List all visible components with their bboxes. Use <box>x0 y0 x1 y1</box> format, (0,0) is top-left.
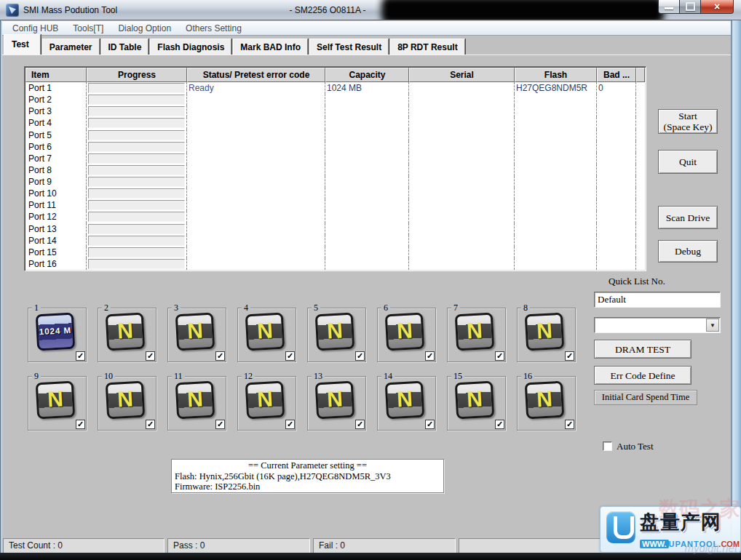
slot-checkbox[interactable]: ✓ <box>76 351 85 361</box>
menu-item-config-hub[interactable]: Config HUB <box>5 23 66 33</box>
device-slot-2[interactable]: 2N✓ <box>98 308 156 362</box>
no-device-icon: N <box>315 381 355 420</box>
close-button[interactable]: × <box>700 0 734 14</box>
slot-checkbox[interactable]: ✓ <box>495 351 504 361</box>
table-row-port-10[interactable]: Port 10 <box>25 188 645 199</box>
tab-flash-diagnosis[interactable]: Flash Diagnosis <box>150 39 231 55</box>
cell-item: Port 11 <box>25 199 87 211</box>
slot-checkbox[interactable]: ✓ <box>355 351 365 361</box>
table-row-port-3[interactable]: Port 3 <box>25 105 645 117</box>
window-right-border[interactable] <box>731 20 741 553</box>
cell-serial <box>409 153 515 164</box>
quick-list-dropdown[interactable]: ▼ <box>594 317 721 333</box>
watermark-ghost-site: mydigit.net <box>684 542 737 554</box>
device-slot-1[interactable]: 11024 M✓ <box>28 308 87 362</box>
slot-checkbox[interactable]: ✓ <box>215 420 225 429</box>
table-row-port-15[interactable]: Port 15 <box>25 247 645 258</box>
device-slot-3[interactable]: 3N✓ <box>167 308 226 362</box>
tab-mark-bad-info[interactable]: Mark BAD Info <box>233 39 308 55</box>
table-row-port-5[interactable]: Port 5 <box>25 129 645 141</box>
column-header-bad[interactable]: Bad ... <box>597 68 636 82</box>
column-header-serial[interactable]: Serial <box>409 68 515 82</box>
table-row-port-4[interactable]: Port 4 <box>25 117 645 129</box>
cell-status <box>187 164 325 176</box>
tab-8p-rdt-result[interactable]: 8P RDT Result <box>390 39 464 55</box>
initial-card-spend-time-button[interactable]: Initial Card Spend Time <box>594 390 697 405</box>
table-row-port-8[interactable]: Port 8 <box>25 164 645 176</box>
table-row-port-16[interactable]: Port 16 <box>25 258 645 270</box>
slot-checkbox[interactable]: ✓ <box>76 420 85 429</box>
device-slot-11[interactable]: 11N✓ <box>167 376 226 431</box>
column-header-item[interactable]: Item <box>25 68 87 82</box>
err-code-define-button[interactable]: Err Code Define <box>594 366 692 385</box>
cell-capacity <box>325 211 409 223</box>
column-header-flash[interactable]: Flash <box>515 68 597 82</box>
device-slot-15[interactable]: 15N✓ <box>447 376 506 431</box>
tab-parameter[interactable]: Parameter <box>42 39 100 55</box>
auto-test-label: Auto Test <box>617 441 654 452</box>
device-slot-4[interactable]: 4N✓ <box>237 308 296 362</box>
slot-checkbox[interactable]: ✓ <box>285 351 295 361</box>
device-icon-label: N <box>536 318 552 343</box>
table-row-port-2[interactable]: Port 2 <box>25 94 645 105</box>
table-row-port-1[interactable]: Port 1Ready1024 MBH27QEG8NDM5R0 <box>25 82 645 94</box>
dram-test-button[interactable]: DRAM TEST <box>594 340 692 359</box>
device-slot-10[interactable]: 10N✓ <box>98 376 156 431</box>
table-row-port-14[interactable]: Port 14 <box>25 235 645 247</box>
start-button[interactable]: Start (Space Key) <box>658 109 718 134</box>
table-row-port-6[interactable]: Port 6 <box>25 141 645 153</box>
device-icon-label: N <box>186 318 203 343</box>
column-header-capacity[interactable]: Capacity <box>325 68 409 82</box>
progress-bar <box>88 130 185 140</box>
slot-checkbox[interactable]: ✓ <box>146 351 155 361</box>
auto-test-checkbox[interactable] <box>603 441 612 451</box>
tab-test[interactable]: Test <box>4 34 41 55</box>
table-row-port-13[interactable]: Port 13 <box>25 223 645 235</box>
slot-checkbox[interactable]: ✓ <box>285 420 295 429</box>
slot-checkbox[interactable]: ✓ <box>146 420 155 429</box>
device-slot-8[interactable]: 8N✓ <box>517 308 576 362</box>
slot-checkbox[interactable]: ✓ <box>565 351 574 361</box>
slot-checkbox[interactable]: ✓ <box>425 420 435 429</box>
tab-self-test-result[interactable]: Self Test Result <box>309 39 389 55</box>
menu-item-others-setting[interactable]: Others Setting <box>178 23 249 33</box>
quick-list-input[interactable] <box>594 292 721 308</box>
close-icon: × <box>714 1 720 12</box>
table-row-port-7[interactable]: Port 7 <box>25 153 645 164</box>
tab-id-table[interactable]: ID Table <box>101 39 149 55</box>
table-row-port-9[interactable]: Port 9 <box>25 176 645 188</box>
device-slot-13[interactable]: 13N✓ <box>307 376 366 431</box>
slot-checkbox[interactable]: ✓ <box>215 351 225 361</box>
main-panel: ItemProgressStatus/ Pretest error codeCa… <box>0 55 731 537</box>
device-slot-16[interactable]: 16N✓ <box>517 376 576 431</box>
column-header-progress[interactable]: Progress <box>87 68 187 82</box>
chevron-down-icon[interactable]: ▼ <box>706 319 719 332</box>
menu-item-dialog-option[interactable]: Dialog Option <box>111 23 178 33</box>
slot-checkbox[interactable]: ✓ <box>355 420 365 429</box>
slot-checkbox[interactable]: ✓ <box>565 420 574 429</box>
no-device-icon: N <box>525 381 565 420</box>
quit-button[interactable]: Quit <box>658 150 718 174</box>
slot-checkbox[interactable]: ✓ <box>425 351 435 361</box>
cell-bad <box>597 117 636 129</box>
slot-checkbox[interactable]: ✓ <box>495 420 504 429</box>
minimize-button[interactable] <box>658 0 680 14</box>
cell-serial <box>409 199 515 211</box>
status-pass: Pass : 0 <box>167 538 310 553</box>
menu-item-tools-t[interactable]: Tools[T] <box>66 23 111 33</box>
device-slot-9[interactable]: 9N✓ <box>28 376 87 431</box>
table-row-port-11[interactable]: Port 11 <box>25 199 645 211</box>
device-slot-5[interactable]: 5N✓ <box>307 308 366 362</box>
device-slot-6[interactable]: 6N✓ <box>377 308 436 362</box>
cell-filler <box>636 164 645 176</box>
debug-button[interactable]: Debug <box>658 240 718 263</box>
cell-status: Ready <box>187 82 325 94</box>
column-header-status-pretest-error-code[interactable]: Status/ Pretest error code <box>187 68 325 82</box>
cell-serial <box>409 105 515 117</box>
device-slot-12[interactable]: 12N✓ <box>237 376 296 431</box>
scan-drive-button[interactable]: Scan Drive <box>658 206 718 229</box>
device-slot-14[interactable]: 14N✓ <box>377 376 436 431</box>
maximize-button[interactable] <box>680 0 700 14</box>
table-row-port-12[interactable]: Port 12 <box>25 211 645 223</box>
device-slot-7[interactable]: 7N✓ <box>447 308 506 362</box>
